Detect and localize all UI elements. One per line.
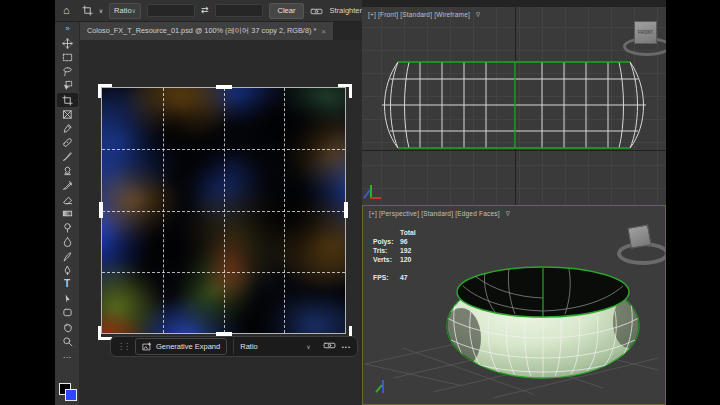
ps-options-bar: ⌂ ∨ Ratio ∨ ⇄ Clear Straighten: [55, 0, 362, 22]
crop-handle-top-left[interactable]: [98, 84, 112, 98]
wireframe-ring-front[interactable]: [362, 7, 666, 205]
shape-tool[interactable]: [57, 306, 78, 320]
crop-tool-icon[interactable]: [82, 2, 93, 20]
brush-tool[interactable]: [57, 150, 78, 164]
generative-expand-label: Generative Expand: [156, 342, 220, 351]
stats-tris-value: 192: [400, 246, 411, 255]
zoom-tool[interactable]: [57, 334, 78, 348]
lasso-tool[interactable]: [57, 65, 78, 79]
crop-tool[interactable]: [57, 93, 78, 107]
document-image[interactable]: [102, 88, 345, 333]
frame-tool[interactable]: [57, 107, 78, 121]
crop-width-input[interactable]: [147, 4, 195, 17]
background-color-swatch[interactable]: [65, 389, 77, 401]
path-selection-tool[interactable]: [57, 292, 78, 306]
taskbar-ratio-select[interactable]: Ratio ∨: [233, 339, 316, 354]
ps-tab-bar: Coloso_FX_T_Resource_01.psd @ 100% (레이어 …: [80, 22, 362, 40]
eyedropper-tool[interactable]: [57, 121, 78, 135]
crop-height-input[interactable]: [215, 4, 263, 17]
straighten-label[interactable]: Straighten: [329, 6, 362, 15]
stats-verts-label: Verts:: [373, 255, 400, 264]
perspective-viewport[interactable]: [+] [Perspective] [Standard] [Edged Face…: [362, 205, 666, 405]
perspective-viewport-label-text: [+] [Perspective] [Standard] [Edged Face…: [369, 210, 500, 217]
ps-toolbar: » T …: [55, 22, 80, 405]
type-tool-glyph: T: [64, 279, 70, 289]
taskbar-straighten-icon[interactable]: [323, 341, 336, 352]
crop-grid-line: [102, 149, 345, 150]
dodge-tool[interactable]: [57, 221, 78, 235]
crop-handle-bottom[interactable]: [216, 332, 232, 336]
stats-polys-value: 96: [400, 237, 408, 246]
front-viewport-label-text: [+] [Front] [Standard] [Wireframe]: [368, 11, 470, 18]
crop-handle-left[interactable]: [99, 202, 103, 218]
hand-tool[interactable]: [57, 320, 78, 334]
clone-stamp-tool[interactable]: [57, 164, 78, 178]
chevron-down-icon: ∨: [132, 7, 136, 14]
home-icon[interactable]: ⌂: [63, 5, 70, 16]
per-view-filter-icon[interactable]: ∇: [506, 211, 510, 217]
viewcube-face-label: FRONT: [638, 30, 654, 35]
more-tools-icon: …: [63, 354, 72, 358]
history-brush-tool[interactable]: [57, 178, 78, 192]
collapse-toolbar-button[interactable]: »: [57, 22, 78, 36]
straighten-icon[interactable]: [310, 2, 323, 20]
crop-ratio-value: Ratio: [114, 6, 132, 15]
document-tab[interactable]: Coloso_FX_T_Resource_01.psd @ 100% (레이어 …: [80, 22, 333, 40]
edit-toolbar-button[interactable]: …: [57, 348, 78, 362]
stats-fps-value: 47: [400, 273, 408, 282]
generative-expand-icon: [142, 342, 152, 352]
smudge-tool[interactable]: [57, 249, 78, 263]
viewcube[interactable]: FRONT: [634, 21, 657, 44]
pen-tool[interactable]: [57, 263, 78, 277]
stats-fps-label: FPS:: [373, 273, 400, 282]
collapse-icon: »: [65, 25, 68, 33]
crop-ratio-select[interactable]: Ratio ∨: [109, 3, 141, 19]
ps-canvas-area[interactable]: ⋮⋮ Generative Expand Ratio ∨ •••: [80, 40, 362, 405]
document-tab-title: Coloso_FX_T_Resource_01.psd @ 100% (레이어 …: [87, 26, 316, 36]
taskbar-grip-handle[interactable]: ⋮⋮: [117, 342, 129, 351]
marquee-tool[interactable]: [57, 50, 78, 64]
chevron-down-icon: ∨: [306, 343, 310, 350]
axis-tripod: [375, 378, 395, 394]
taskbar-ratio-value: Ratio: [240, 342, 258, 351]
stats-total-label: Total: [400, 228, 416, 237]
swap-dimensions-icon[interactable]: ⇄: [201, 6, 209, 15]
contextual-taskbar: ⋮⋮ Generative Expand Ratio ∨ •••: [110, 336, 358, 357]
max-top-strip: [362, 0, 666, 7]
close-tab-icon[interactable]: ×: [321, 27, 326, 36]
viewport-statistics: Total Polys:96 Tris:192 Verts:120 FPS:47: [373, 228, 416, 282]
crop-handle-top-right[interactable]: [338, 84, 352, 98]
gradient-tool[interactable]: [57, 206, 78, 220]
crop-handle-right[interactable]: [344, 202, 348, 218]
front-viewport-label[interactable]: [+] [Front] [Standard] [Wireframe]∇: [368, 11, 480, 18]
viewcube[interactable]: [627, 224, 651, 248]
clear-button[interactable]: Clear: [269, 3, 305, 19]
stats-polys-label: Polys:: [373, 237, 400, 246]
front-viewport[interactable]: [+] [Front] [Standard] [Wireframe]∇ FRON…: [362, 7, 666, 205]
screen: ⌂ ∨ Ratio ∨ ⇄ Clear Straighten Coloso_FX…: [0, 0, 720, 405]
eraser-tool[interactable]: [57, 192, 78, 206]
chevron-down-icon[interactable]: ∨: [99, 8, 103, 14]
max-window: [+] [Front] [Standard] [Wireframe]∇ FRON…: [362, 0, 666, 405]
move-tool[interactable]: [57, 36, 78, 50]
crop-grid-line: [102, 211, 345, 212]
crop-handle-top[interactable]: [216, 85, 232, 89]
stats-tris-label: Tris:: [373, 246, 400, 255]
axis-tripod: [364, 185, 384, 201]
photoshop-window: ⌂ ∨ Ratio ∨ ⇄ Clear Straighten Coloso_FX…: [55, 0, 362, 405]
healing-brush-tool[interactable]: [57, 136, 78, 150]
object-selection-tool[interactable]: [57, 79, 78, 93]
blur-tool[interactable]: [57, 235, 78, 249]
taskbar-more-button[interactable]: •••: [342, 344, 351, 350]
crop-grid-line: [102, 272, 345, 273]
per-view-filter-icon[interactable]: ∇: [476, 12, 480, 18]
type-tool[interactable]: T: [57, 277, 78, 291]
perspective-viewport-label[interactable]: [+] [Perspective] [Standard] [Edged Face…: [369, 210, 510, 217]
generative-expand-button[interactable]: Generative Expand: [135, 338, 227, 355]
stats-verts-value: 120: [400, 255, 411, 264]
